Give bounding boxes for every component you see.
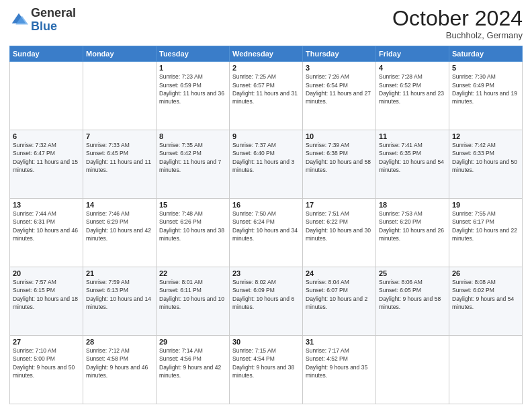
day-cell: 12Sunrise: 7:42 AMSunset: 6:33 PMDayligh… [449, 130, 523, 199]
month-title: October 2024 [392, 7, 523, 30]
week-row-1: 1Sunrise: 7:23 AMSunset: 6:59 PMDaylight… [10, 62, 523, 130]
week-row-5: 27Sunrise: 7:10 AMSunset: 5:00 PMDayligh… [10, 336, 523, 404]
day-cell: 23Sunrise: 8:02 AMSunset: 6:09 PMDayligh… [230, 267, 303, 336]
day-number: 17 [306, 201, 373, 209]
day-cell: 10Sunrise: 7:39 AMSunset: 6:38 PMDayligh… [303, 130, 376, 199]
day-cell: 7Sunrise: 7:33 AMSunset: 6:45 PMDaylight… [83, 130, 157, 199]
day-cell: 16Sunrise: 7:50 AMSunset: 6:24 PMDayligh… [230, 199, 303, 267]
day-cell: 31Sunrise: 7:17 AMSunset: 4:52 PMDayligh… [303, 336, 376, 404]
day-info: Sunrise: 8:08 AMSunset: 6:02 PMDaylight:… [452, 278, 519, 311]
day-cell: 1Sunrise: 7:23 AMSunset: 6:59 PMDaylight… [157, 62, 230, 130]
day-number: 3 [306, 64, 373, 72]
page: General Blue October 2024 Buchholz, Germ… [0, 0, 532, 411]
day-cell: 14Sunrise: 7:46 AMSunset: 6:29 PMDayligh… [83, 199, 157, 267]
week-row-2: 6Sunrise: 7:32 AMSunset: 6:47 PMDaylight… [10, 130, 523, 199]
day-number: 22 [159, 269, 226, 277]
day-info: Sunrise: 7:10 AMSunset: 5:00 PMDaylight:… [13, 347, 80, 379]
day-info: Sunrise: 7:44 AMSunset: 6:31 PMDaylight:… [13, 210, 80, 242]
weekday-header-thursday: Thursday [303, 46, 376, 62]
day-info: Sunrise: 8:02 AMSunset: 6:09 PMDaylight:… [232, 278, 300, 311]
calendar-table: SundayMondayTuesdayWednesdayThursdayFrid… [9, 46, 523, 404]
logo-blue: Blue [31, 19, 57, 33]
day-number: 21 [86, 269, 153, 277]
day-number: 16 [232, 201, 300, 209]
weekday-header-row: SundayMondayTuesdayWednesdayThursdayFrid… [10, 46, 523, 62]
day-cell: 29Sunrise: 7:14 AMSunset: 4:56 PMDayligh… [157, 336, 230, 404]
day-cell: 22Sunrise: 8:01 AMSunset: 6:11 PMDayligh… [157, 267, 230, 336]
week-row-4: 20Sunrise: 7:57 AMSunset: 6:15 PMDayligh… [10, 267, 523, 336]
day-number: 1 [159, 64, 226, 72]
logo-text: General Blue [31, 7, 76, 34]
day-cell: 18Sunrise: 7:53 AMSunset: 6:20 PMDayligh… [376, 199, 449, 267]
location: Buchholz, Germany [392, 30, 523, 40]
day-cell: 30Sunrise: 7:15 AMSunset: 4:54 PMDayligh… [230, 336, 303, 404]
day-cell [449, 336, 523, 404]
day-cell: 9Sunrise: 7:37 AMSunset: 6:40 PMDaylight… [230, 130, 303, 199]
day-info: Sunrise: 7:33 AMSunset: 6:45 PMDaylight:… [86, 141, 153, 174]
title-block: October 2024 Buchholz, Germany [392, 7, 523, 40]
day-info: Sunrise: 7:32 AMSunset: 6:47 PMDaylight:… [13, 141, 80, 174]
day-number: 14 [86, 201, 153, 209]
day-info: Sunrise: 7:15 AMSunset: 4:54 PMDaylight:… [232, 347, 300, 379]
day-info: Sunrise: 7:12 AMSunset: 4:58 PMDaylight:… [86, 347, 153, 379]
day-info: Sunrise: 7:42 AMSunset: 6:33 PMDaylight:… [452, 141, 519, 174]
day-number: 19 [452, 201, 519, 209]
day-info: Sunrise: 7:23 AMSunset: 6:59 PMDaylight:… [159, 73, 226, 105]
weekday-header-saturday: Saturday [449, 46, 523, 62]
weekday-header-friday: Friday [376, 46, 449, 62]
day-number: 23 [232, 269, 300, 277]
day-number: 7 [86, 132, 153, 140]
day-info: Sunrise: 7:55 AMSunset: 6:17 PMDaylight:… [452, 210, 519, 242]
day-number: 25 [379, 269, 446, 277]
day-cell: 2Sunrise: 7:25 AMSunset: 6:57 PMDaylight… [230, 62, 303, 130]
day-number: 13 [13, 201, 80, 209]
day-cell: 3Sunrise: 7:26 AMSunset: 6:54 PMDaylight… [303, 62, 376, 130]
day-number: 29 [159, 338, 226, 346]
day-number: 31 [306, 338, 373, 346]
day-number: 26 [452, 269, 519, 277]
day-number: 9 [232, 132, 300, 140]
day-number: 8 [159, 132, 226, 140]
day-info: Sunrise: 7:28 AMSunset: 6:52 PMDaylight:… [379, 73, 446, 105]
logo: General Blue [9, 7, 76, 34]
day-number: 18 [379, 201, 446, 209]
day-info: Sunrise: 7:26 AMSunset: 6:54 PMDaylight:… [306, 73, 373, 105]
day-cell: 8Sunrise: 7:35 AMSunset: 6:42 PMDaylight… [157, 130, 230, 199]
day-number: 15 [159, 201, 226, 209]
day-info: Sunrise: 7:39 AMSunset: 6:38 PMDaylight:… [306, 141, 373, 174]
day-number: 12 [452, 132, 519, 140]
day-number: 10 [306, 132, 373, 140]
week-row-3: 13Sunrise: 7:44 AMSunset: 6:31 PMDayligh… [10, 199, 523, 267]
day-info: Sunrise: 7:48 AMSunset: 6:26 PMDaylight:… [159, 210, 226, 242]
day-cell: 21Sunrise: 7:59 AMSunset: 6:13 PMDayligh… [83, 267, 157, 336]
day-info: Sunrise: 7:41 AMSunset: 6:35 PMDaylight:… [379, 141, 446, 174]
day-cell [10, 62, 83, 130]
weekday-header-sunday: Sunday [10, 46, 83, 62]
day-info: Sunrise: 7:17 AMSunset: 4:52 PMDaylight:… [306, 347, 373, 379]
logo-general: General [31, 6, 76, 19]
day-number: 11 [379, 132, 446, 140]
logo-icon [9, 11, 28, 30]
day-info: Sunrise: 7:37 AMSunset: 6:40 PMDaylight:… [232, 141, 300, 174]
day-info: Sunrise: 8:01 AMSunset: 6:11 PMDaylight:… [159, 278, 226, 311]
day-cell: 11Sunrise: 7:41 AMSunset: 6:35 PMDayligh… [376, 130, 449, 199]
weekday-header-monday: Monday [83, 46, 157, 62]
day-number: 2 [232, 64, 300, 72]
day-number: 24 [306, 269, 373, 277]
day-cell: 24Sunrise: 8:04 AMSunset: 6:07 PMDayligh… [303, 267, 376, 336]
day-cell: 28Sunrise: 7:12 AMSunset: 4:58 PMDayligh… [83, 336, 157, 404]
day-number: 5 [452, 64, 519, 72]
day-info: Sunrise: 7:14 AMSunset: 4:56 PMDaylight:… [159, 347, 226, 379]
day-cell [83, 62, 157, 130]
day-number: 20 [13, 269, 80, 277]
day-info: Sunrise: 7:59 AMSunset: 6:13 PMDaylight:… [86, 278, 153, 311]
day-cell: 17Sunrise: 7:51 AMSunset: 6:22 PMDayligh… [303, 199, 376, 267]
day-cell: 25Sunrise: 8:06 AMSunset: 6:05 PMDayligh… [376, 267, 449, 336]
day-info: Sunrise: 7:46 AMSunset: 6:29 PMDaylight:… [86, 210, 153, 242]
day-cell: 26Sunrise: 8:08 AMSunset: 6:02 PMDayligh… [449, 267, 523, 336]
day-info: Sunrise: 7:53 AMSunset: 6:20 PMDaylight:… [379, 210, 446, 242]
header: General Blue October 2024 Buchholz, Germ… [9, 7, 523, 40]
day-cell: 15Sunrise: 7:48 AMSunset: 6:26 PMDayligh… [157, 199, 230, 267]
day-info: Sunrise: 7:50 AMSunset: 6:24 PMDaylight:… [232, 210, 300, 242]
day-cell: 6Sunrise: 7:32 AMSunset: 6:47 PMDaylight… [10, 130, 83, 199]
